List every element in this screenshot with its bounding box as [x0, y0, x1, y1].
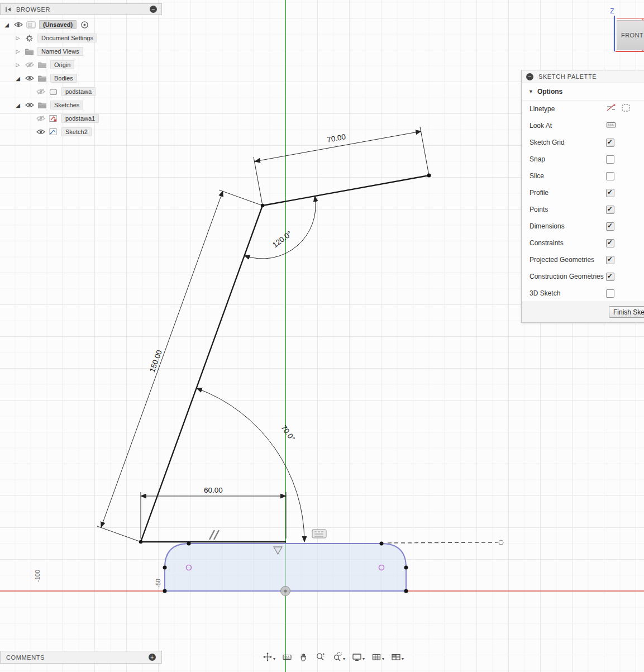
zoom-tool-button[interactable] — [314, 651, 327, 663]
panel-collapse-arrow-icon[interactable] — [5, 6, 12, 13]
sketch-grid-checkbox[interactable] — [606, 139, 614, 147]
construction-geometries-checkbox[interactable] — [606, 273, 614, 281]
palette-row-profile: Profile — [522, 184, 644, 201]
tree-item-label: Sketch2 — [61, 127, 92, 136]
tree-row-bodies[interactable]: ◢ Bodies — [0, 72, 162, 85]
dimension-arm-angle-arc[interactable] — [197, 388, 304, 542]
projection-endpoint[interactable] — [499, 540, 503, 545]
expand-icon[interactable]: ◢ — [15, 102, 21, 108]
centerline-toggle-icon[interactable] — [606, 103, 616, 115]
document-icon — [26, 21, 36, 28]
palette-row-snap: Snap — [522, 151, 644, 168]
chevron-down-icon[interactable]: ▾ — [343, 656, 345, 662]
base-profile[interactable] — [165, 544, 406, 591]
3d-sketch-checkbox[interactable] — [606, 289, 614, 298]
dimension-base-offset-text[interactable]: 60.00 — [204, 486, 223, 494]
origin-point[interactable] — [281, 587, 290, 596]
chevron-down-icon[interactable]: ▾ — [402, 656, 404, 662]
chevron-down-icon[interactable]: ▾ — [382, 656, 384, 662]
look-at-icon[interactable] — [606, 121, 616, 131]
snap-checkbox[interactable] — [606, 155, 614, 164]
folder-icon — [37, 61, 47, 68]
expand-icon[interactable]: ▷ — [15, 35, 21, 41]
options-section-label: Options — [537, 88, 562, 96]
section-collapse-icon[interactable]: ▼ — [528, 89, 533, 94]
sketch-palette-title: SKETCH PALETTE — [538, 73, 597, 80]
tree-row-sketch-podstawa1[interactable]: podstawa1 — [0, 112, 162, 125]
viewcube[interactable]: FRONT — [617, 20, 644, 50]
slice-checkbox[interactable] — [606, 172, 614, 180]
palette-row-sketch-grid: Sketch Grid — [522, 134, 644, 151]
visibility-off-icon[interactable] — [25, 61, 34, 68]
browser-minimize-icon[interactable]: − — [150, 6, 157, 13]
dimension-head-angle-text[interactable]: 120.0° — [271, 230, 293, 250]
display-settings-button[interactable]: ▾ — [351, 651, 366, 663]
construction-line-toggle-icon[interactable] — [621, 103, 631, 115]
application-window: 150.00 70.00 60.00 120.0° 70.0° — [0, 0, 644, 672]
pan-tool-button[interactable] — [298, 651, 310, 663]
comments-title: COMMENTS — [6, 654, 144, 661]
sketch-lines[interactable] — [141, 175, 429, 542]
palette-row-look-at: Look At — [522, 117, 644, 134]
browser-tree: ◢ (Unsaved) ▷ Document Settings — [0, 18, 162, 139]
tree-item-label: podstawa — [61, 87, 96, 96]
chevron-down-icon[interactable]: ▾ — [273, 656, 275, 662]
tree-item-label: Sketches — [50, 101, 83, 109]
collinear-constraint-icon[interactable] — [312, 530, 326, 538]
palette-row-dimensions: Dimensions — [522, 218, 644, 235]
visibility-icon[interactable] — [13, 21, 23, 28]
folder-icon — [37, 102, 47, 108]
zoom-window-tool-button[interactable]: ▾ — [331, 651, 346, 663]
visibility-off-icon[interactable] — [36, 88, 45, 95]
dimension-arm-length[interactable] — [97, 190, 263, 542]
arm-line — [141, 206, 263, 542]
viewcube-z-axis-label: Z — [610, 7, 614, 15]
visibility-off-icon[interactable] — [36, 115, 45, 122]
dimension-head-length-text[interactable]: 70.00 — [326, 132, 346, 144]
palette-row-construction-geometries: Construction Geometries — [522, 268, 644, 285]
tree-item-label: Origin — [50, 60, 74, 69]
tree-row-named-views[interactable]: ▷ Named Views — [0, 45, 162, 58]
tree-row-origin[interactable]: ▷ Origin — [0, 58, 162, 72]
look-at-tool-button[interactable] — [281, 651, 293, 663]
palette-row-points: Points — [522, 201, 644, 218]
navigation-toolbar: ▾ ▾ ▾ ▾ ▾ — [261, 649, 405, 665]
add-comment-icon[interactable]: + — [149, 654, 156, 661]
constraints-checkbox[interactable] — [606, 239, 614, 247]
locked-sketch-icon — [49, 115, 58, 122]
profile-checkbox[interactable] — [606, 189, 614, 197]
tree-row-document-settings[interactable]: ▷ Document Settings — [0, 31, 162, 45]
expand-icon[interactable]: ◢ — [3, 22, 10, 28]
folder-icon — [25, 48, 34, 55]
projected-geometries-checkbox[interactable] — [606, 256, 614, 264]
palette-minimize-icon[interactable]: − — [526, 73, 533, 80]
expand-icon[interactable]: ▷ — [15, 49, 21, 54]
palette-row-3d-sketch: 3D Sketch — [522, 285, 644, 302]
chevron-down-icon[interactable]: ▾ — [362, 656, 365, 662]
parallel-constraint-icon[interactable] — [209, 530, 219, 540]
tree-row-body-podstawa[interactable]: podstawa — [0, 85, 162, 98]
visibility-icon[interactable] — [25, 102, 34, 108]
points-checkbox[interactable] — [606, 206, 614, 214]
tree-row-sketches[interactable]: ◢ Sketches — [0, 98, 162, 112]
palette-footer: Finish Sketch — [522, 302, 644, 322]
tree-item-label: Document Settings — [37, 34, 97, 42]
finish-sketch-button[interactable]: Finish Sketch — [609, 306, 644, 318]
visibility-icon[interactable] — [36, 128, 45, 135]
body-icon — [49, 88, 58, 96]
projection-line[interactable] — [388, 542, 498, 543]
grid-and-snaps-button[interactable]: ▾ — [370, 651, 385, 663]
dimension-arm-angle-text[interactable]: 70.0° — [279, 423, 297, 442]
palette-row-projected-geometries: Projected Geometries — [522, 251, 644, 268]
viewports-button[interactable]: ▾ — [390, 651, 405, 663]
visibility-icon[interactable] — [25, 75, 34, 82]
orbit-tool-button[interactable]: ▾ — [261, 651, 276, 663]
tree-row-document[interactable]: ◢ (Unsaved) — [0, 18, 162, 31]
palette-row-linetype: Linetype — [522, 101, 644, 117]
expand-icon[interactable]: ▷ — [15, 62, 21, 68]
tree-row-sketch2[interactable]: Sketch2 — [0, 125, 162, 139]
options-section-header[interactable]: ▼ Options — [522, 83, 644, 101]
dimensions-checkbox[interactable] — [606, 222, 614, 231]
activate-component-icon[interactable] — [80, 21, 89, 29]
expand-icon[interactable]: ◢ — [15, 75, 21, 82]
